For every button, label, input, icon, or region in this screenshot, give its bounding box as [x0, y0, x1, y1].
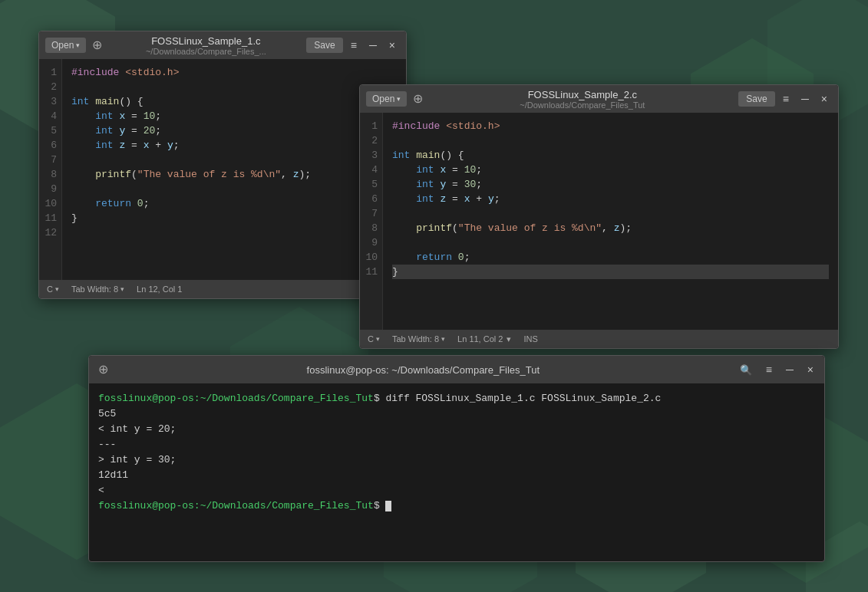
editor-path-1: ~/Downloads/Compare_Files_... — [108, 47, 303, 56]
cursor-pos-label-2: Ln 11, Col 2 — [457, 334, 503, 344]
close-button-2[interactable]: × — [817, 90, 832, 107]
terminal-prompt-1: fosslinux@pop-os — [98, 393, 194, 404]
code-line-2-1: #include <stdio.h> — [392, 119, 829, 133]
code-line-2-11: } — [392, 265, 829, 279]
code-content-2[interactable]: #include <stdio.h> int main() { int x = … — [383, 113, 838, 330]
tab-width-label-1: Tab Width: 8 — [71, 284, 118, 294]
code-line-2-8: printf("The value of z is %d\n", z); — [392, 221, 829, 235]
terminal-title: fosslinux@pop-os: ~/Downloads/Compare_Fi… — [116, 364, 731, 376]
code-line-2-6: int z = x + y; — [392, 192, 829, 206]
editor-filename-1: FOSSLinux_Sample_1.c — [108, 35, 303, 47]
cursor-position-1: Ln 12, Col 1 — [137, 284, 182, 294]
cursor-pos-label-1: Ln 12, Col 1 — [137, 284, 182, 294]
editor-filename-2: FOSSLinux_Sample_2.c — [429, 89, 735, 100]
terminal-path-separator-2: :~/Downloads/Compare_Files_Tut — [194, 500, 374, 511]
terminal-search-button[interactable]: 🔍 — [735, 362, 757, 378]
terminal-command-1: $ diff FOSSLinux_Sample_1.c FOSSLinux_Sa… — [374, 393, 661, 404]
terminal-window: ⊕ fosslinux@pop-os: ~/Downloads/Compare_… — [88, 355, 825, 562]
editor-titlebar-1: Open ▾ ⊕ FOSSLinux_Sample_1.c ~/Download… — [39, 31, 406, 59]
open-label-2: Open — [372, 94, 394, 104]
new-tab-button-1[interactable]: ⊕ — [89, 39, 105, 51]
open-label-1: Open — [51, 40, 74, 51]
minimize-button-2[interactable]: ─ — [797, 90, 814, 107]
code-line-2-5: int y = 30; — [392, 177, 829, 192]
minimize-button-1[interactable]: ─ — [365, 37, 381, 54]
tab-width-indicator-2[interactable]: Tab Width: 8 ▾ — [392, 334, 445, 344]
terminal-output-2: < int y = 20; — [98, 422, 815, 437]
mode-indicator-2: INS — [523, 334, 537, 344]
editor-code-area-2[interactable]: 12345 678910 11 #include <stdio.h> int m… — [360, 113, 838, 330]
save-button-2[interactable]: Save — [738, 91, 774, 107]
code-line-2-4: int x = 10; — [392, 163, 829, 177]
editor-statusbar-2: C ▾ Tab Width: 8 ▾ Ln 11, Col 2 ▾ INS — [360, 330, 838, 348]
code-line-1-12 — [71, 225, 397, 240]
editor-title-group-1: FOSSLinux_Sample_1.c ~/Downloads/Compare… — [108, 35, 303, 56]
terminal-titlebar: ⊕ fosslinux@pop-os: ~/Downloads/Compare_… — [89, 356, 824, 383]
code-line-2-2 — [392, 133, 829, 148]
code-line-1-11: } — [71, 211, 397, 225]
code-line-1-3: int main() { — [71, 94, 397, 109]
language-indicator-1[interactable]: C ▾ — [47, 284, 59, 294]
editor-titlebar-2: Open ▾ ⊕ FOSSLinux_Sample_2.c ~/Download… — [360, 85, 838, 113]
editor-path-2: ~/Downloads/Compare_Files_Tut — [429, 100, 735, 110]
tab-width-indicator-1[interactable]: Tab Width: 8 ▾ — [71, 284, 124, 294]
terminal-output-5: 12d11 — [98, 468, 815, 483]
code-line-1-6: int z = x + y; — [71, 138, 397, 153]
code-line-2-3: int main() { — [392, 148, 829, 163]
code-line-2-7 — [392, 206, 829, 221]
code-line-1-9 — [71, 182, 397, 196]
open-button-1[interactable]: Open ▾ — [45, 38, 86, 53]
code-line-2-10: return 0; — [392, 250, 829, 265]
editor-window-1: Open ▾ ⊕ FOSSLinux_Sample_1.c ~/Download… — [38, 31, 407, 299]
cursor-pos-dropdown-2: ▾ — [507, 334, 511, 344]
code-line-1-5: int y = 20; — [71, 123, 397, 138]
tab-width-arrow-1: ▾ — [120, 285, 124, 293]
terminal-output-6: < — [98, 483, 815, 498]
line-numbers-1: 12345 678910 1112 — [39, 59, 62, 280]
terminal-cursor — [385, 501, 391, 511]
open-button-2[interactable]: Open ▾ — [366, 91, 407, 107]
language-label-2: C — [368, 334, 374, 344]
terminal-content[interactable]: fosslinux@pop-os:~/Downloads/Compare_Fil… — [89, 383, 824, 561]
open-dropdown-arrow-2: ▾ — [397, 95, 401, 103]
line-numbers-2: 12345 678910 11 — [360, 113, 383, 330]
terminal-line-1: fosslinux@pop-os:~/Downloads/Compare_Fil… — [98, 391, 815, 406]
editor-window-2: Open ▾ ⊕ FOSSLinux_Sample_2.c ~/Download… — [359, 84, 839, 349]
code-content-1[interactable]: #include <stdio.h> int main() { int x = … — [62, 59, 406, 280]
code-line-1-4: int x = 10; — [71, 109, 397, 123]
code-line-1-2 — [71, 80, 397, 94]
terminal-minimize-button[interactable]: ─ — [781, 361, 798, 378]
editor-code-area-1[interactable]: 12345 678910 1112 #include <stdio.h> int… — [39, 59, 406, 280]
code-line-1-10: return 0; — [71, 196, 397, 211]
terminal-prompt-2: fosslinux@pop-os — [98, 500, 194, 511]
new-tab-button-2[interactable]: ⊕ — [410, 93, 426, 105]
language-arrow-1: ▾ — [55, 285, 59, 293]
terminal-new-tab-button[interactable]: ⊕ — [95, 363, 111, 376]
terminal-line-2: fosslinux@pop-os:~/Downloads/Compare_Fil… — [98, 498, 815, 514]
mode-label-2: INS — [523, 334, 537, 344]
editor-statusbar-1: C ▾ Tab Width: 8 ▾ Ln 12, Col 1 — [39, 280, 406, 298]
save-button-1[interactable]: Save — [306, 38, 342, 53]
terminal-output-3: --- — [98, 437, 815, 452]
code-line-1-7 — [71, 153, 397, 167]
terminal-output-4: > int y = 30; — [98, 452, 815, 468]
terminal-close-button[interactable]: × — [803, 361, 818, 378]
terminal-output-1: 5c5 — [98, 406, 815, 422]
tab-width-arrow-2: ▾ — [441, 335, 445, 343]
code-line-1-8: printf("The value of z is %d\n", z); — [71, 167, 397, 182]
terminal-prompt-dollar-2: $ — [374, 500, 386, 511]
menu-button-1[interactable]: ≡ — [346, 37, 361, 54]
language-arrow-2: ▾ — [376, 335, 380, 343]
close-button-1[interactable]: × — [384, 37, 400, 54]
terminal-path-separator-1: :~/Downloads/Compare_Files_Tut — [194, 393, 374, 404]
code-line-2-9 — [392, 235, 829, 250]
open-dropdown-arrow-1: ▾ — [76, 41, 80, 49]
terminal-menu-button[interactable]: ≡ — [761, 361, 777, 378]
code-line-1-1: #include <stdio.h> — [71, 65, 397, 80]
menu-button-2[interactable]: ≡ — [778, 90, 794, 107]
language-indicator-2[interactable]: C ▾ — [368, 334, 380, 344]
language-label-1: C — [47, 284, 53, 294]
cursor-position-2: Ln 11, Col 2 ▾ — [457, 334, 511, 344]
tab-width-label-2: Tab Width: 8 — [392, 334, 439, 344]
editor-title-group-2: FOSSLinux_Sample_2.c ~/Downloads/Compare… — [429, 89, 735, 110]
